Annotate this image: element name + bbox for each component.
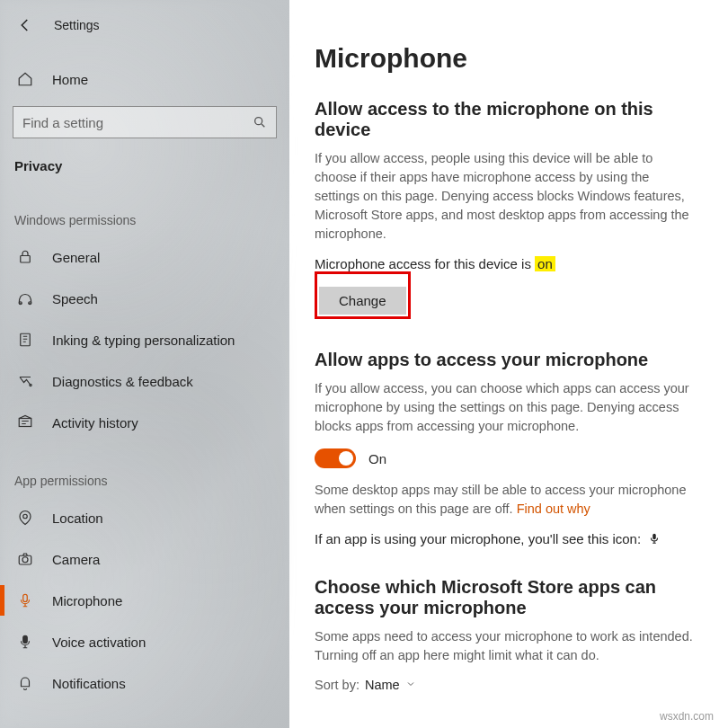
sidebar: Settings Home Privacy Windows permission… — [0, 0, 289, 728]
section-title: Allow access to the microphone on this d… — [315, 99, 694, 140]
active-indicator — [0, 585, 4, 616]
toggle-row: On — [315, 448, 694, 468]
status-prefix: Microphone access for this device is — [315, 256, 535, 271]
sidebar-item-label: Activity history — [52, 415, 138, 431]
sidebar-item-activity-history[interactable]: Activity history — [0, 402, 289, 443]
sort-control[interactable]: Sort by: Name — [315, 678, 694, 692]
sidebar-item-microphone[interactable]: Microphone — [0, 580, 289, 621]
note-text: Some desktop apps may still be able to a… — [315, 483, 686, 516]
svg-point-0 — [255, 118, 262, 125]
svg-rect-10 — [23, 594, 28, 601]
speech-icon — [16, 289, 34, 307]
sort-label: Sort by: — [315, 678, 360, 692]
sidebar-item-label: Microphone — [52, 593, 122, 608]
section-store-apps: Choose which Microsoft Store apps can ac… — [315, 577, 694, 692]
location-icon — [16, 509, 34, 527]
section-title: Allow apps to access your microphone — [315, 350, 694, 370]
sidebar-item-inking[interactable]: Inking & typing personalization — [0, 319, 289, 360]
watermark: wsxdn.com — [660, 710, 714, 723]
section-header-app-permissions: App permissions — [0, 443, 289, 497]
app-access-toggle[interactable] — [315, 448, 356, 468]
camera-icon — [16, 550, 34, 568]
status-value: on — [535, 256, 555, 271]
search-container — [0, 97, 289, 146]
section-header-windows-permissions: Windows permissions — [0, 182, 289, 236]
sidebar-item-label: Inking & typing personalization — [52, 333, 235, 348]
section-desc: If you allow access, you can choose whic… — [315, 379, 694, 436]
section-app-access: Allow apps to access your microphone If … — [315, 350, 694, 546]
find-out-why-link[interactable]: Find out why — [517, 502, 590, 516]
desktop-apps-note: Some desktop apps may still be able to a… — [315, 481, 694, 519]
sidebar-item-speech[interactable]: Speech — [0, 278, 289, 319]
home-nav[interactable]: Home — [0, 61, 289, 97]
voice-icon — [16, 633, 34, 651]
sidebar-item-general[interactable]: General — [0, 236, 289, 278]
svg-point-9 — [22, 557, 28, 563]
diagnostics-icon — [16, 372, 34, 390]
svg-rect-4 — [21, 333, 31, 346]
chevron-down-icon — [405, 678, 416, 692]
sidebar-item-label: Voice activation — [52, 635, 146, 650]
sidebar-item-location[interactable]: Location — [0, 497, 289, 538]
sidebar-item-notifications[interactable]: Notifications — [0, 662, 289, 704]
sidebar-item-label: Location — [52, 510, 103, 526]
change-button[interactable]: Change — [319, 287, 406, 315]
title-bar: Settings — [0, 7, 289, 43]
sidebar-item-label: Diagnostics & feedback — [52, 374, 193, 389]
microphone-indicator-icon — [648, 531, 661, 546]
svg-rect-11 — [23, 635, 28, 643]
app-title: Settings — [54, 18, 100, 32]
svg-rect-6 — [19, 419, 31, 427]
search-input[interactable] — [22, 115, 253, 130]
device-access-status: Microphone access for this device is on — [315, 256, 694, 271]
inking-icon — [16, 331, 34, 349]
sidebar-item-label: General — [52, 250, 100, 265]
home-icon — [16, 70, 34, 88]
home-label: Home — [52, 72, 88, 87]
main-content: Microphone Allow access to the microphon… — [289, 0, 719, 728]
change-button-highlight: Change — [315, 271, 411, 319]
sidebar-item-label: Notifications — [52, 676, 126, 691]
sort-value: Name — [365, 678, 400, 692]
svg-rect-12 — [652, 534, 656, 539]
sidebar-item-diagnostics[interactable]: Diagnostics & feedback — [0, 360, 289, 402]
back-button[interactable] — [16, 16, 34, 34]
sidebar-item-camera[interactable]: Camera — [0, 538, 289, 580]
toggle-state-label: On — [368, 451, 386, 466]
toggle-knob — [339, 451, 353, 466]
usage-text: If an app is using your microphone, you'… — [315, 531, 641, 546]
search-box[interactable] — [13, 106, 277, 138]
category-label: Privacy — [0, 146, 289, 182]
section-desc: Some apps need to access your microphone… — [315, 627, 694, 665]
usage-indicator-line: If an app is using your microphone, you'… — [315, 531, 694, 546]
page-title: Microphone — [315, 43, 694, 74]
microphone-icon — [16, 591, 34, 609]
notification-icon — [16, 674, 34, 692]
section-desc: If you allow access, people using this d… — [315, 149, 694, 244]
lock-icon — [16, 248, 34, 266]
section-device-access: Allow access to the microphone on this d… — [315, 99, 694, 319]
sidebar-item-label: Speech — [52, 291, 98, 306]
sidebar-item-voice-activation[interactable]: Voice activation — [0, 621, 289, 662]
history-icon — [16, 413, 34, 431]
sidebar-item-label: Camera — [52, 552, 100, 567]
svg-rect-1 — [21, 256, 31, 263]
section-title: Choose which Microsoft Store apps can ac… — [315, 577, 694, 618]
search-icon — [253, 115, 267, 129]
svg-point-7 — [23, 514, 28, 519]
